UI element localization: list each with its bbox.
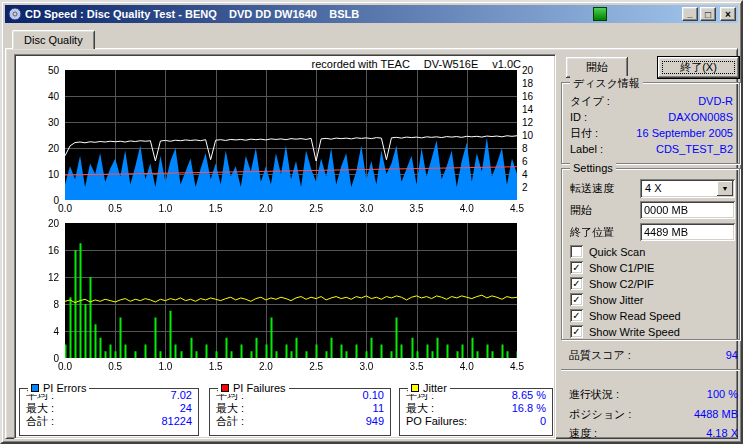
speed-row: 速度 :4.18 X [561, 427, 740, 440]
exit-button[interactable]: 終了(X) [657, 56, 740, 79]
chevron-down-icon[interactable]: ▼ [717, 181, 733, 196]
axis-tick-label: 3.5 [405, 203, 429, 214]
axis-tick-label: 4.0 [455, 361, 479, 372]
checkbox-show-c2-pif[interactable]: ✓Show C2/PIF [570, 277, 654, 290]
checkbox-show-read-speed[interactable]: ✓Show Read Speed [570, 309, 681, 322]
checkbox-box[interactable]: ✓ [570, 293, 583, 306]
axis-tick-label: 2.0 [254, 361, 278, 372]
axis-tick-label: 10 [15, 169, 59, 180]
jitter-stats-box: Jitter 平均 :8.65 % 最大 :16.8 % PO Failures… [399, 388, 553, 436]
stat-row: 最大 :24 [20, 402, 198, 415]
speed-status-label: 速度 : [569, 427, 597, 440]
axis-tick-label: 0.5 [103, 203, 127, 214]
axis-tick-label: 40 [15, 91, 59, 102]
axis-tick-label: 3.0 [354, 361, 378, 372]
titlebar[interactable]: CD Speed : Disc Quality Test - BENQ DVD … [5, 5, 738, 23]
axis-tick-label: 4.5 [505, 361, 529, 372]
stat-row: 合計 :81224 [20, 415, 198, 428]
recorder-drive-label: DV-W516E [424, 58, 478, 70]
disc-info-group: ディスク情報 タイプ :DVD-R ID :DAXON008S 日付 :16 S… [561, 82, 740, 164]
axis-tick-label: 6 [522, 156, 548, 167]
quality-score-value: 94 [726, 349, 738, 362]
titlebar-green-icon[interactable] [593, 7, 607, 21]
settings-title: Settings [570, 162, 616, 174]
axis-tick-label: 10 [522, 130, 548, 141]
speed-status-value: 4.18 X [706, 427, 738, 440]
pi-errors-legend: PI Errors [28, 382, 89, 394]
disc-type-row: タイプ :DVD-R [570, 95, 733, 108]
jitter-swatch [411, 384, 419, 392]
axis-tick-label: 8 [15, 299, 59, 310]
checkbox-box[interactable]: ✓ [570, 325, 583, 338]
progress-label: 進行状況 : [569, 388, 619, 401]
axis-tick-label: 1.5 [204, 203, 228, 214]
start-button[interactable]: 開始 [566, 57, 628, 78]
pif-jitter-chart [65, 223, 517, 358]
minimize-button[interactable]: _ [682, 7, 698, 21]
axis-tick-label: 16 [15, 245, 59, 256]
stat-row: 最大 :16.8 % [400, 402, 552, 415]
axis-tick-label: 0.0 [53, 203, 77, 214]
checkbox-box[interactable]: ✓ [570, 277, 583, 290]
checkbox-box[interactable]: ✓ [570, 309, 583, 322]
disc-id-row: ID :DAXON008S [570, 111, 733, 124]
axis-tick-label: 1.5 [204, 361, 228, 372]
recorded-with-text: recorded with TEACDV-W516Ev1.0C [298, 58, 521, 70]
window-title: CD Speed : Disc Quality Test - BENQ DVD … [25, 8, 682, 20]
jitter-title: Jitter [423, 382, 447, 394]
axis-tick-label: 3.5 [405, 361, 429, 372]
pi-errors-title: PI Errors [43, 382, 86, 394]
axis-tick-label: 20 [15, 143, 59, 154]
pi-errors-swatch [31, 384, 39, 392]
stat-row: PO Failures:0 [400, 415, 552, 428]
jitter-legend: Jitter [408, 382, 450, 394]
tab-disc-quality[interactable]: Disc Quality [12, 30, 95, 49]
axis-tick-label: 3.0 [354, 203, 378, 214]
pie-speed-chart [65, 70, 517, 200]
axis-tick-label: 12 [522, 117, 548, 128]
axis-tick-label: 8 [522, 143, 548, 154]
window-controls: _ □ × [682, 7, 736, 21]
exit-button-label: 終了(X) [680, 60, 717, 75]
close-button[interactable]: × [720, 7, 736, 21]
axis-tick-label: 20 [15, 218, 59, 229]
axis-tick-label: 2.0 [254, 203, 278, 214]
axis-tick-label: 4.5 [505, 203, 529, 214]
disc-info-title: ディスク情報 [570, 76, 643, 91]
axis-tick-label: 2.5 [304, 203, 328, 214]
checkbox-quick-scan[interactable]: Quick Scan [570, 245, 645, 258]
pi-failures-stats-box: PI Failures 平均 :0.10 最大 :11 合計 :949 [209, 388, 391, 436]
checkbox-box[interactable] [570, 245, 583, 258]
speed-selected-value: 4 X [640, 179, 715, 198]
recorded-with-label: recorded with TEAC [312, 58, 410, 70]
position-value: 4488 MB [694, 408, 738, 421]
checkbox-show-c1-pie[interactable]: ✓Show C1/PIE [570, 261, 654, 274]
pi-failures-swatch [221, 384, 229, 392]
start-position-label: 開始 [570, 204, 592, 217]
checkbox-box[interactable]: ✓ [570, 261, 583, 274]
app-window: CD Speed : Disc Quality Test - BENQ DVD … [0, 0, 743, 444]
speed-label: 転送速度 [570, 182, 614, 195]
progress-value: 100 % [707, 388, 738, 401]
pi-failures-legend: PI Failures [218, 382, 289, 394]
checkbox-show-jitter[interactable]: ✓Show Jitter [570, 293, 643, 306]
maximize-button[interactable]: □ [700, 7, 716, 21]
axis-tick-label: 4 [15, 326, 59, 337]
axis-tick-label: 0.0 [53, 361, 77, 372]
start-position-input[interactable] [640, 201, 735, 219]
end-position-input[interactable] [640, 223, 735, 241]
axis-tick-label: 20 [522, 65, 548, 76]
axis-tick-label: 14 [522, 104, 548, 115]
axis-tick-label: 1.0 [153, 203, 177, 214]
recorder-firmware-label: v1.0C [492, 58, 521, 70]
axis-tick-label: 16 [522, 91, 548, 102]
position-row: ポジション :4488 MB [561, 408, 740, 421]
axis-tick-label: 50 [15, 65, 59, 76]
axis-tick-label: 18 [522, 78, 548, 89]
disc-date-row: 日付 :16 September 2005 [570, 127, 733, 140]
checkbox-show-write-speed[interactable]: ✓Show Write Speed [570, 325, 680, 338]
axis-tick-label: 2 [522, 182, 548, 193]
speed-select[interactable]: 4 X ▼ [640, 179, 735, 198]
separator [561, 369, 740, 371]
position-label: ポジション : [569, 408, 631, 421]
